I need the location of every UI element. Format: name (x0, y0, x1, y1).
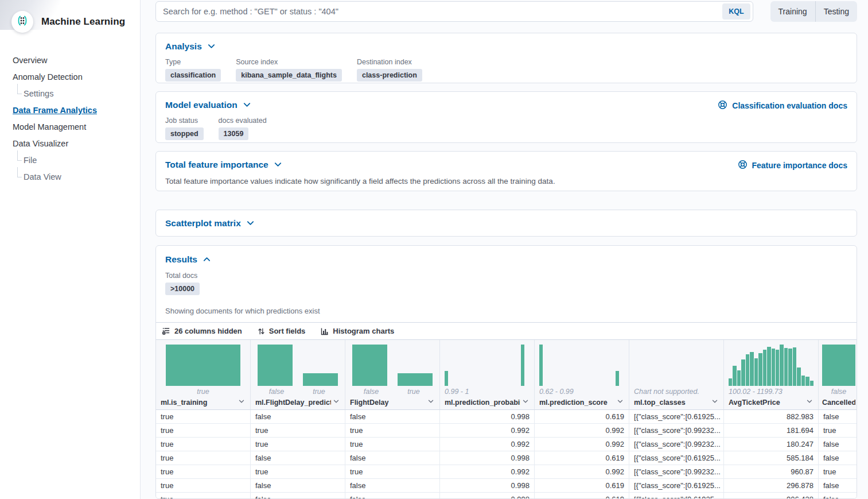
cell-FlightDelay[interactable]: false (345, 493, 440, 499)
columns-hidden-button[interactable]: 26 columns hidden (162, 327, 242, 335)
cell-ml.is_training[interactable]: true (156, 493, 251, 499)
cell-ml.is_training[interactable]: true (156, 424, 251, 437)
cell-ml.FlightDelay_predictio[interactable]: false (251, 410, 345, 423)
column-header-ml.prediction_score[interactable]: 0.62 - 0.99ml.prediction_score (535, 340, 629, 409)
cell-ml.FlightDelay_predictio[interactable]: false (251, 479, 345, 492)
cell-ml.is_training[interactable]: true (156, 451, 251, 465)
cell-ml.FlightDelay_predictio[interactable]: true (251, 465, 345, 478)
cell-ml.is_training[interactable]: true (156, 479, 251, 492)
cell-ml.FlightDelay_predictio[interactable]: true (251, 424, 345, 437)
cell-AvgTicketPrice[interactable]: 296.878 (724, 479, 819, 492)
feature-importance-panel-toggle[interactable]: Total feature importance (165, 159, 282, 170)
training-testing-toggle: Training Testing (770, 1, 857, 22)
sort-fields-button[interactable]: Sort fields (258, 327, 306, 335)
header-histogram-chart (350, 345, 435, 386)
field-value-badge: 13059 (219, 127, 249, 140)
column-actions-chevron-icon[interactable] (615, 397, 624, 408)
histogram-icon (321, 327, 329, 335)
column-actions-chevron-icon[interactable] (804, 397, 813, 408)
scatterplot-matrix-panel-toggle[interactable]: Scatterplot matrix (165, 218, 255, 229)
cell-Cancelled[interactable]: true (819, 424, 857, 437)
cell-ml.prediction_probabilit[interactable]: 0.992 (440, 465, 535, 478)
column-header-ml.FlightDelay_predictio[interactable]: falsetrueml.FlightDelay_predictio (251, 340, 345, 409)
histogram-charts-button[interactable]: Histogram charts (321, 327, 394, 335)
cell-AvgTicketPrice[interactable]: 906.438 (724, 493, 819, 499)
column-header-FlightDelay[interactable]: falsetrueFlightDelay (345, 340, 440, 409)
cell-FlightDelay[interactable]: true (345, 465, 440, 478)
cell-ml.top_classes[interactable]: [{"class_score":[0.99232... (629, 465, 724, 478)
cell-ml.top_classes[interactable]: [{"class_score":[0.61925... (629, 451, 724, 465)
cell-ml.prediction_score[interactable]: 0.619 (535, 451, 629, 465)
cell-AvgTicketPrice[interactable]: 585.184 (724, 451, 819, 465)
column-header-ml.top_classes[interactable]: Chart not supported.ml.top_classes (629, 340, 724, 409)
column-actions-chevron-icon[interactable] (520, 397, 530, 408)
cell-ml.top_classes[interactable]: [{"class_score":[0.61925... (629, 493, 724, 499)
feature-importance-docs-link[interactable]: Feature importance docs (738, 160, 848, 171)
cell-ml.top_classes[interactable]: [{"class_score":[0.99232... (629, 438, 724, 451)
sidebar-item-model-management[interactable]: Model Management (0, 119, 140, 136)
cell-AvgTicketPrice[interactable]: 181.694 (724, 424, 819, 437)
results-panel-toggle[interactable]: Results (165, 254, 211, 265)
field-value-badge: kibana_sample_data_flights (236, 69, 342, 82)
cell-ml.prediction_score[interactable]: 0.619 (535, 493, 629, 499)
column-header-ml.prediction_probabilit[interactable]: 0.99 - 1ml.prediction_probabilit (440, 340, 535, 409)
cell-ml.prediction_score[interactable]: 0.619 (535, 410, 629, 423)
cell-ml.prediction_probabilit[interactable]: 0.998 (440, 451, 535, 465)
testing-filter-button[interactable]: Testing (815, 1, 857, 22)
cell-ml.prediction_probabilit[interactable]: 0.998 (440, 493, 535, 499)
sidebar-item-data-visualizer[interactable]: Data Visualizer (0, 136, 140, 152)
sidebar-item-overview[interactable]: Overview (0, 52, 140, 69)
sidebar-item-anomaly-detection[interactable]: Anomaly Detection (0, 69, 140, 86)
cell-ml.top_classes[interactable]: [{"class_score":[0.61925... (629, 479, 724, 492)
cell-Cancelled[interactable]: false (819, 438, 857, 451)
cell-Cancelled[interactable]: false (819, 493, 857, 499)
cell-ml.prediction_probabilit[interactable]: 0.992 (440, 438, 535, 451)
cell-Cancelled[interactable]: false (819, 479, 857, 492)
column-actions-chevron-icon[interactable] (426, 397, 435, 408)
cell-ml.FlightDelay_predictio[interactable]: false (251, 451, 345, 465)
column-header-AvgTicketPrice[interactable]: 100.02 - 1199.73AvgTicketPrice (724, 340, 819, 409)
cell-ml.top_classes[interactable]: [{"class_score":[0.99232... (629, 424, 724, 437)
column-name: ml.is_training (161, 399, 236, 407)
column-actions-chevron-icon[interactable] (236, 397, 246, 408)
classification-evaluation-docs-link[interactable]: Classification evaluation docs (718, 100, 847, 111)
cell-ml.prediction_probabilit[interactable]: 0.998 (440, 410, 535, 423)
cell-ml.prediction_probabilit[interactable]: 0.992 (440, 424, 535, 437)
cell-FlightDelay[interactable]: false (345, 410, 440, 423)
kql-language-button[interactable]: KQL (722, 3, 750, 20)
sidebar-item-data-view[interactable]: Data View (0, 169, 140, 185)
cell-AvgTicketPrice[interactable]: 882.983 (724, 410, 819, 423)
histogram-bar (780, 345, 783, 386)
sidebar-item-file[interactable]: File (0, 152, 140, 169)
cell-FlightDelay[interactable]: true (345, 438, 440, 451)
cell-ml.FlightDelay_predictio[interactable]: true (251, 438, 345, 451)
cell-AvgTicketPrice[interactable]: 180.247 (724, 438, 819, 451)
training-filter-button[interactable]: Training (770, 1, 815, 22)
analysis-panel-toggle[interactable]: Analysis (165, 41, 216, 52)
column-header-ml.is_training[interactable]: trueml.is_training (156, 340, 251, 409)
column-actions-chevron-icon[interactable] (331, 397, 340, 408)
cell-ml.top_classes[interactable]: [{"class_score":[0.61925... (629, 410, 724, 423)
cell-ml.is_training[interactable]: true (156, 438, 251, 451)
cell-ml.prediction_score[interactable]: 0.992 (535, 438, 629, 451)
cell-ml.prediction_probabilit[interactable]: 0.998 (440, 479, 535, 492)
sidebar-item-data-frame-analytics[interactable]: Data Frame Analytics (0, 102, 140, 119)
cell-Cancelled[interactable]: false (819, 451, 857, 465)
cell-FlightDelay[interactable]: false (345, 479, 440, 492)
cell-ml.FlightDelay_predictio[interactable]: false (251, 493, 345, 499)
column-header-Cancelled[interactable]: falseCancelled (819, 340, 857, 409)
cell-ml.prediction_score[interactable]: 0.992 (535, 424, 629, 437)
model-evaluation-panel-toggle[interactable]: Model evaluation (165, 99, 251, 110)
sidebar-item-settings[interactable]: Settings (0, 86, 140, 102)
cell-Cancelled[interactable]: true (819, 465, 857, 478)
cell-ml.is_training[interactable]: true (156, 410, 251, 423)
cell-FlightDelay[interactable]: true (345, 424, 440, 437)
cell-ml.prediction_score[interactable]: 0.619 (535, 479, 629, 492)
column-actions-chevron-icon[interactable] (710, 397, 719, 408)
search-input[interactable]: Search for e.g. method : "GET" or status… (155, 1, 753, 22)
cell-FlightDelay[interactable]: false (345, 451, 440, 465)
cell-AvgTicketPrice[interactable]: 960.87 (724, 465, 819, 478)
cell-Cancelled[interactable]: false (819, 410, 857, 423)
cell-ml.is_training[interactable]: true (156, 465, 251, 478)
cell-ml.prediction_score[interactable]: 0.992 (535, 465, 629, 478)
